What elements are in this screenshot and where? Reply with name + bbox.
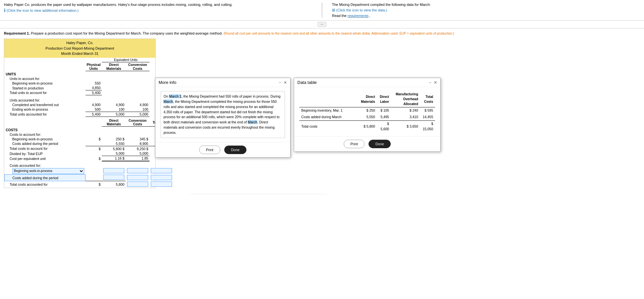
data-table-done-button[interactable]: Done xyxy=(369,140,391,148)
costs-acct-beg-label: Beginning work-in-process xyxy=(5,168,86,175)
requirement-label: Requirement 1. xyxy=(4,31,30,35)
units-to-account-label: Units to account for: xyxy=(5,76,86,81)
completed-label: Completed and transferred out xyxy=(5,102,86,107)
dt-row1-label: Beginning inventory, Mar. 1 xyxy=(299,107,358,114)
requirement-section: Requirement 1. Prepare a production cost… xyxy=(0,28,644,39)
dt-col-overhead: Manufacturing Overhead Allocated xyxy=(391,91,420,107)
total-accounted-direct: 5,000 xyxy=(102,112,126,117)
data-table-body: Direct Materials Direct Labor Manufactur… xyxy=(294,87,440,136)
data-table-minimize[interactable]: − xyxy=(429,80,431,85)
requirements-link[interactable]: requirements xyxy=(348,14,369,18)
read-req-suffix: . xyxy=(369,14,370,18)
total-units-val: 5,400 xyxy=(86,90,102,95)
col-conversion-header: Conversion Costs xyxy=(126,62,149,71)
data-table-print-button[interactable]: Print xyxy=(344,140,365,148)
collapse-bar[interactable]: ··· xyxy=(0,21,644,28)
equiv-units-header: Equivalent Units xyxy=(102,58,149,62)
costs-label: COSTS xyxy=(5,127,86,132)
costs-col-conversion: Conversion Costs xyxy=(126,118,149,127)
main-content: Haley Paper, Co. Production Cost Report-… xyxy=(0,39,644,195)
ending-wip-conversion: 100 xyxy=(126,107,149,112)
data-table-title: Data table xyxy=(297,80,317,85)
dt-col-direct: Direct Materials xyxy=(358,91,377,107)
table-row: Beginning inventory, Mar. 1 $ 250 $ 105 … xyxy=(299,107,435,114)
dt-row1-overhead: $ 240 xyxy=(391,107,420,114)
more-info-controls: − ✕ xyxy=(279,80,287,85)
more-info-close[interactable]: ✕ xyxy=(284,80,287,85)
beginning-wip-select[interactable]: Beginning work-in-process xyxy=(12,168,84,174)
costs-accounted-label: Costs accounted for: xyxy=(5,163,86,168)
requirement-note: (Round all cost per unit amounts to the … xyxy=(224,32,454,35)
read-req-prefix: Read the xyxy=(332,14,347,18)
costs-beg-wip-label: Beginning work-in-process xyxy=(5,137,86,141)
completed-physical: 4,900 xyxy=(86,102,102,107)
total-costs-conversion: 9,250 xyxy=(137,147,145,151)
data-table-header: Data table − ✕ xyxy=(294,78,440,87)
col-direct-header: Direct Materials xyxy=(102,62,126,71)
report-title: Production Cost Report-Mixing Department xyxy=(4,46,155,51)
ending-wip-label: Ending work-in-process xyxy=(5,107,86,112)
total-accounted-physical: 5,400 xyxy=(86,112,102,117)
report-table: Equivalent Units Physical Units Direct M… xyxy=(4,58,173,188)
report-table-wrapper: Haley Paper, Co. Production Cost Report-… xyxy=(4,39,156,188)
costs-col-direct: Direct Materials xyxy=(102,118,126,127)
dt-row3-overhead: $ 3,650 xyxy=(391,120,420,132)
costs-added-conversion: 8,905 xyxy=(126,141,149,146)
dt-row1-total: $ 595 xyxy=(420,107,435,114)
costs-added-during-label: Costs added during the period xyxy=(5,174,86,181)
cost-per-unit-label: Cost per equivalent unit xyxy=(5,156,86,161)
dt-row3-total: $ 15,050 xyxy=(420,120,435,132)
more-info-body: On March 1, the Mixing Department had 55… xyxy=(155,87,290,142)
completed-direct: 4,900 xyxy=(102,102,126,107)
beginning-wip-label: Beginning work-in-process xyxy=(5,81,86,86)
grid-icon: ⊞ xyxy=(332,8,335,12)
cost-per-direct: 1.16 xyxy=(115,156,121,160)
more-info-footer: Print Done xyxy=(155,142,290,157)
costs-added-direct: 5,550 xyxy=(102,141,126,146)
more-info-minimize[interactable]: − xyxy=(279,80,281,85)
more-info-header: More info − ✕ xyxy=(155,78,290,87)
data-table-modal: Data table − ✕ Direct Materials Direct L… xyxy=(294,78,441,152)
top-right-text: The Mixing Department compiled the follo… xyxy=(332,3,640,7)
more-info-link[interactable]: (Click the icon to view additional infor… xyxy=(7,8,79,12)
started-val: 4,850 xyxy=(86,86,102,90)
units-accounted-label: Units accounted for: xyxy=(5,98,86,102)
top-left-info: Haley Paper Co. produces the paper used … xyxy=(4,3,312,18)
costs-beg-conversion: 345 xyxy=(140,137,146,141)
data-table-close[interactable]: ✕ xyxy=(434,80,437,85)
divided-conversion: 5,000 xyxy=(126,151,149,156)
divided-direct: 5,000 xyxy=(102,151,126,156)
report-company: Haley Paper, Co. xyxy=(4,40,155,46)
costs-added-label: Costs added during the period xyxy=(5,141,86,146)
more-info-modal: More info − ✕ On March 1, the Mixing Dep… xyxy=(155,78,291,158)
data-table-link[interactable]: (Click the icon to view the data.) xyxy=(336,8,387,12)
dt-row2-direct: 5,550 xyxy=(358,114,377,120)
data-inner-table: Direct Materials Direct Labor Manufactur… xyxy=(299,91,435,132)
completed-conversion: 4,900 xyxy=(126,102,149,107)
dollar-beg2: $ xyxy=(122,137,124,141)
ending-wip-direct: 100 xyxy=(102,107,126,112)
cost-per-conversion: 1.85 xyxy=(142,156,148,160)
top-section: Haley Paper Co. produces the paper used … xyxy=(0,0,644,21)
dt-row3-label: Total costs xyxy=(299,120,358,132)
dt-row2-label: Costs added during March xyxy=(299,114,358,120)
dt-row3-labor: $ 5,600 xyxy=(377,120,391,132)
more-info-print-button[interactable]: Print xyxy=(199,146,220,154)
top-right-info: The Mixing Department compiled the follo… xyxy=(332,3,640,18)
report-period: Month Ended March 31 xyxy=(4,51,155,56)
more-info-done-button[interactable]: Done xyxy=(224,146,246,154)
total-units-label: Total units to account for xyxy=(5,90,86,95)
table-row: Total costs $ 5,800 $ 5,600 $ 3,650 $ 15… xyxy=(299,120,435,132)
table-row: Costs added during March 5,550 5,495 3,4… xyxy=(299,114,435,120)
more-info-content: On March 1, the Mixing Department had 55… xyxy=(161,91,285,138)
total-accounted-direct: 5,800 xyxy=(116,182,124,186)
more-info-title: More info xyxy=(159,80,176,85)
top-divider xyxy=(322,3,322,18)
dt-row2-overhead: 3,410 xyxy=(391,114,420,120)
total-costs-direct: 5,800 xyxy=(113,147,121,151)
total-units-accounted-label: Total units accounted for xyxy=(5,112,86,117)
total-costs-label: Total costs to account for xyxy=(5,146,86,151)
collapse-button[interactable]: ··· xyxy=(318,22,326,27)
units-label: UNITS xyxy=(5,71,86,76)
beginning-wip-val: 550 xyxy=(86,81,102,86)
